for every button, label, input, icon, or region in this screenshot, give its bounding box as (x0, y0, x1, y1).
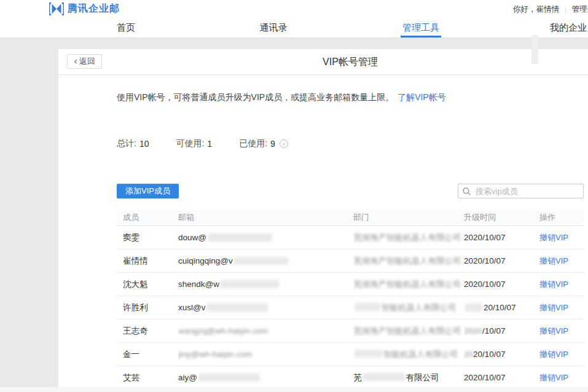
stat-available-value: 1 (207, 139, 212, 149)
upgrade-time-cell: 2020/10/07 (464, 273, 539, 296)
cell-text: cuiqingqing@v (178, 256, 233, 265)
upgrade-time-cell: 20/10/07 (464, 296, 539, 319)
active-tab-underline (401, 36, 441, 37)
cell-text: 艾芸 (123, 373, 139, 382)
vip-description-text: 使用VIP帐号，可将普通成员升级为VIP成员，或提高业务邮箱数量上限。 (117, 92, 394, 102)
redacted-block (363, 373, 405, 381)
member-name-cell: 王志奇 (117, 319, 178, 343)
department-cell: 芜湖海产智能机器人有限公司 (353, 226, 464, 249)
member-name-cell: 崔情情 (117, 249, 178, 273)
tab-my-company-label: 我的企业 (550, 22, 587, 33)
table-row: 沈大魁shendk@w芜湖海产智能机器人有限公司2020/10/07撤销VIP (117, 273, 584, 296)
col-actions: 操作 (539, 210, 584, 226)
table-toolbar: 添加VIP成员 (117, 184, 584, 198)
search-box (458, 184, 584, 198)
cell-text: 2020/10/07 (464, 280, 506, 289)
email-cell: douw@ (178, 226, 353, 249)
email-cell: wangzq@wh-haiyin.com (178, 319, 353, 343)
cell-text: 金一 (123, 350, 139, 359)
cell-text: 2020/10/07 (464, 256, 506, 265)
exmail-logo[interactable]: 腾讯企业邮 (49, 2, 120, 15)
department-cell: 智能机器人有限公司 (353, 296, 464, 319)
revoke-vip-link[interactable]: 撤销VIP (539, 373, 568, 382)
action-cell: 撤销VIP (539, 296, 584, 319)
stat-total-label: 总计: (117, 138, 136, 149)
email-cell: jiny@wh-haiyin.com (178, 343, 353, 366)
member-name-cell: 沈大魁 (117, 273, 178, 296)
table-row: 金一jiny@wh-haiyin.com智能机器人有限公司2020/10/07撤… (117, 343, 584, 366)
vip-stats: 总计: 10 可使用: 1 已使用: 9 i (117, 138, 584, 149)
revoke-vip-link[interactable]: 撤销VIP (539, 303, 568, 312)
tab-admin-tools-label: 管理工具 (402, 22, 439, 33)
upgrade-time-cell: 2020/10/07 (464, 249, 539, 273)
redacted-block (221, 280, 279, 288)
table-header: 成员 邮箱 部门 升级时间 操作 (117, 210, 584, 226)
cell-text: 有限公司 (406, 373, 439, 382)
revoke-vip-link[interactable]: 撤销VIP (539, 256, 568, 265)
col-member: 成员 (117, 210, 178, 226)
tab-my-company[interactable]: 我的企业 (495, 18, 588, 37)
action-cell: 撤销VIP (539, 343, 584, 366)
revoke-vip-link[interactable]: 撤销VIP (539, 233, 568, 242)
cell-text: 芜湖海产智能机器人有限公司 (353, 280, 461, 289)
panel-body: 使用VIP帐号，可将普通成员升级为VIP成员，或提高业务邮箱数量上限。了解VIP… (58, 75, 588, 390)
divider: | (565, 6, 566, 14)
cell-text: 沈大魁 (123, 280, 148, 289)
redacted-block (208, 233, 272, 241)
stat-available: 可使用: 1 (176, 138, 212, 149)
search-input[interactable] (474, 186, 579, 197)
top-right-links: 你好，崔情情 | 管理企业 (513, 4, 588, 15)
member-name-cell: 艾芸 (117, 366, 178, 390)
tab-contacts[interactable]: 通讯录 (200, 18, 347, 37)
email-cell: cuiqingqing@v (178, 249, 353, 273)
cell-text: jiny@wh-haiyin.com (178, 350, 252, 359)
tab-home[interactable]: 首页 (52, 18, 200, 37)
cell-text: 芜湖海产智能机器人有限公司 (353, 233, 461, 242)
learn-vip-link[interactable]: 了解VIP帐号 (398, 92, 446, 102)
revoke-vip-link[interactable]: 撤销VIP (539, 350, 568, 359)
info-icon[interactable]: i (280, 139, 288, 148)
tab-admin-tools[interactable]: 管理工具 (347, 18, 495, 37)
upgrade-time-cell: 2020/10/07 (464, 319, 539, 343)
email-cell: xusl@v (178, 296, 353, 319)
cell-text: shendk@w (178, 280, 219, 289)
search-icon (463, 187, 471, 195)
col-upgrade-time: 升级时间 (464, 210, 539, 226)
vip-description: 使用VIP帐号，可将普通成员升级为VIP成员，或提高业务邮箱数量上限。了解VIP… (117, 91, 584, 103)
email-cell: aiy@ (178, 366, 353, 390)
add-vip-member-button[interactable]: 添加VIP成员 (117, 184, 179, 198)
redacted-block (198, 374, 260, 382)
page-title: VIP帐号管理 (58, 49, 588, 75)
action-cell: 撤销VIP (539, 249, 584, 273)
redacted-block (355, 303, 380, 311)
cell-text: 窦雯 (123, 233, 139, 242)
col-email: 邮箱 (178, 210, 353, 226)
revoke-vip-link[interactable]: 撤销VIP (539, 280, 568, 289)
department-cell: 芜湖海产智能机器人有限公司 (353, 249, 464, 273)
department-cell: 芜有限公司 (353, 366, 464, 390)
upgrade-time-cell: 2020/10/07 (464, 366, 539, 390)
vip-management-panel: ‹ 返回 VIP帐号管理 使用VIP帐号，可将普通成员升级为VIP成员，或提高业… (58, 49, 588, 387)
cell-text: 2020/10/07 (464, 233, 506, 242)
vip-members-table: 成员 邮箱 部门 升级时间 操作 窦雯douw@芜湖海产智能机器人有限公司202… (117, 210, 584, 390)
table-row: 艾芸aiy@芜有限公司2020/10/07撤销VIP (117, 366, 584, 390)
manage-company-link[interactable]: 管理企业 (572, 4, 588, 15)
cell-text: wangzq@wh-haiyin.com (178, 326, 269, 335)
department-cell: 智能机器人有限公司 (353, 343, 464, 366)
cell-text: 20/10/07 (484, 303, 516, 312)
upgrade-time-cell: 2020/10/07 (464, 226, 539, 249)
action-cell: 撤销VIP (539, 273, 584, 296)
cell-text: 崔情情 (123, 256, 148, 265)
table-row: 王志奇wangzq@wh-haiyin.com芜湖海产智能机器人有限公司2020… (117, 319, 584, 343)
action-cell: 撤销VIP (539, 366, 584, 390)
table-row: 窦雯douw@芜湖海产智能机器人有限公司2020/10/07撤销VIP (117, 226, 584, 249)
member-name-cell: 金一 (117, 343, 178, 366)
scrollbar-thumb[interactable] (531, 35, 538, 64)
col-department: 部门 (353, 210, 464, 226)
cell-text: 王志奇 (123, 326, 148, 335)
redacted-block (465, 304, 482, 312)
stat-used-value: 9 (270, 139, 275, 149)
redacted-block (355, 350, 382, 358)
redacted-block (234, 257, 288, 265)
revoke-vip-link[interactable]: 撤销VIP (539, 326, 568, 335)
